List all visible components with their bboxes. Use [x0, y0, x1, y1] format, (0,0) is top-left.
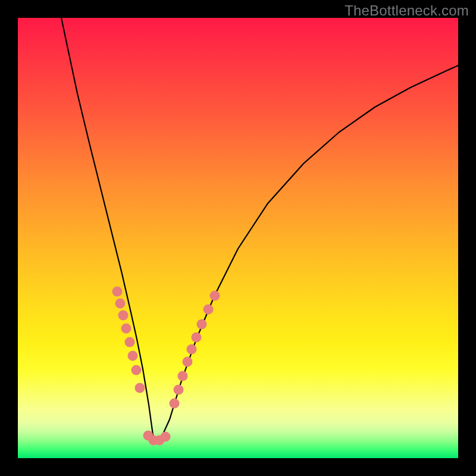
left-dot-7	[131, 365, 142, 375]
bottom-dot-4	[161, 432, 171, 442]
right-dot-2	[174, 385, 184, 395]
right-dot-3	[178, 371, 188, 381]
left-dot-8	[135, 383, 145, 393]
left-dot-6	[128, 351, 138, 361]
right-dot-9	[210, 291, 220, 301]
chart-frame: TheBottleneck.com	[0, 0, 476, 476]
left-dot-5	[125, 337, 135, 347]
right-dot-4	[183, 357, 193, 367]
data-points-group	[112, 287, 220, 446]
left-dot-3	[118, 311, 129, 321]
right-dot-5	[187, 345, 197, 355]
left-dot-1	[112, 287, 123, 297]
left-dot-2	[115, 299, 126, 309]
right-dot-1	[170, 399, 180, 409]
chart-svg	[18, 18, 458, 458]
watermark-label: TheBottleneck.com	[345, 2, 469, 19]
bottleneck-curve	[61, 18, 458, 439]
plot-area	[18, 18, 458, 458]
right-dot-8	[203, 305, 214, 315]
left-dot-4	[121, 324, 131, 334]
right-dot-6	[192, 333, 202, 343]
right-dot-7	[197, 320, 207, 330]
